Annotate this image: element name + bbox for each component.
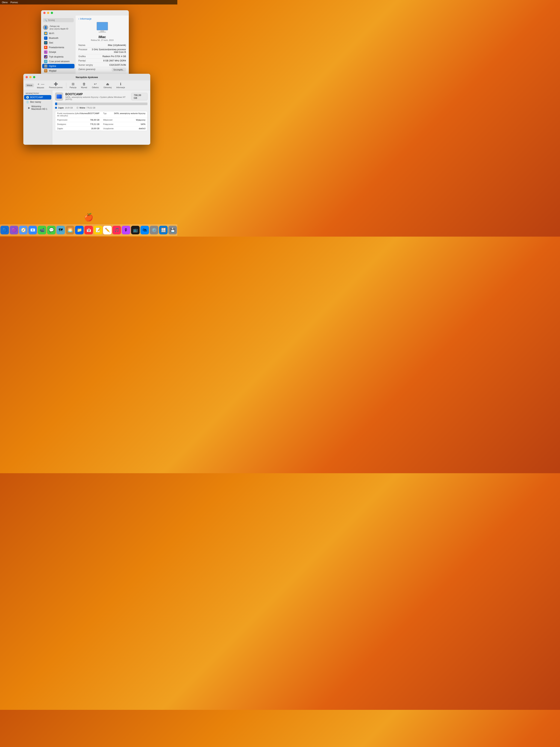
- disk-utility-window: Narzędzie dyskowe Widok ＋ — Wolumin ➕ Pi…: [23, 74, 150, 145]
- disk-sidebar-item-bootcamp[interactable]: 💿BOOTCAMP: [24, 95, 51, 100]
- disk-drive-text: BOOTCAMP SATA, wewnętrzny wolumin fizycz…: [65, 93, 131, 101]
- disk-legend: Zajęte 18,69 GB Wolne 778,31 GB: [55, 107, 148, 109]
- dock-item-sysprefs[interactable]: ⚙️: [150, 226, 158, 234]
- dock-item-diskutil[interactable]: 💾: [168, 226, 177, 234]
- dock-item-photos[interactable]: 🌅: [66, 226, 74, 234]
- toolbar-restore-label: Odtwórz: [92, 86, 99, 88]
- dock-item-freeform[interactable]: ✏️: [103, 226, 112, 234]
- disk-sidebar-item-macintosh[interactable]: ▶Woluminy Macintosh HD 1: [24, 104, 51, 111]
- close-button[interactable]: [43, 12, 46, 14]
- sidebar-label-focus: Tryb skupienia: [49, 55, 63, 58]
- legend-used-dot: [55, 107, 57, 109]
- sidebar-icon-focus: 🌙: [44, 55, 47, 58]
- system-preferences-window: 🔍 👤 Zaloguj się przy użyciu Apple ID 📶 W…: [41, 10, 129, 78]
- toolbar-info-label: Informacje: [116, 86, 125, 88]
- toolbar-volume-label: Wolumin: [37, 87, 44, 89]
- imac-svg-icon: [95, 22, 110, 34]
- disk-body: Wewnętrzny 💿BOOTCAMP💿Bez nazwy▶Woluminy …: [23, 90, 150, 145]
- back-button[interactable]: ‹ Informacje: [78, 17, 126, 20]
- menubar: Okno Pomoc: [0, 0, 177, 4]
- disk-titlebar: Narzędzie dyskowe: [23, 74, 150, 80]
- info-row-2: GrafikaRadeon Pro 570X 4 GB: [78, 54, 126, 59]
- dock-item-maps[interactable]: 🗺: [56, 226, 65, 234]
- dock-item-finder[interactable]: 🔵: [0, 226, 9, 234]
- user-appleid-label: przy użyciu Apple ID: [50, 27, 68, 30]
- toolbar-partition-button[interactable]: ⊞ Partycja: [68, 81, 78, 89]
- sidebar-icon-notif: 🔔: [44, 46, 47, 49]
- disk-sidebar-item-bez_nazwy[interactable]: 💿Bez nazwy: [24, 100, 51, 104]
- sidebar-item-screen[interactable]: ⏱ Czas przed ekranem: [42, 59, 75, 64]
- sidebar-item-appearance[interactable]: 🎨 Wygląd: [42, 69, 75, 73]
- toolbar-firstaid-button[interactable]: ➕ Pierwsza pomoc: [47, 81, 64, 89]
- toolbar-info-button[interactable]: ℹ Informacje: [114, 81, 127, 89]
- detail-left-3: Zajęte:18,69 GB: [55, 126, 101, 131]
- disk-usage-bar: [55, 103, 148, 105]
- search-bar[interactable]: 🔍: [43, 18, 74, 22]
- syspref-titlebar: [41, 10, 129, 16]
- disk-inner: [57, 95, 62, 99]
- sidebar-item-network[interactable]: 🌐 Sieć: [42, 41, 75, 45]
- legend-free-dot: [77, 107, 78, 109]
- dock-item-calendar[interactable]: 📅: [84, 226, 93, 234]
- search-input[interactable]: [48, 19, 72, 22]
- sidebar-item-bluetooth[interactable]: 🔵 Bluetooth: [42, 36, 75, 40]
- szczegoly-button[interactable]: Szczegóły...: [112, 68, 126, 71]
- dock-item-bootcamp_icon[interactable]: 🪟: [159, 226, 168, 234]
- disk-sidebar: Wewnętrzny 💿BOOTCAMP💿Bez nazwy▶Woluminy …: [23, 90, 52, 145]
- info-table: NazwaiMac (Użytkownik)Procesor3 GHz Sześ…: [78, 43, 126, 72]
- disk-maximize-button[interactable]: [33, 76, 35, 78]
- syspref-body: 🔍 👤 Zaloguj się przy użyciu Apple ID 📶 W…: [41, 16, 129, 78]
- device-icon-wrapper: iMac Retina 5K, 27-inch, 2019: [78, 22, 126, 41]
- toolbar-restore-button[interactable]: ↩ Odtwórz: [90, 81, 101, 89]
- erase-icon: 🗑: [82, 82, 86, 86]
- sidebar-item-notif[interactable]: 🔔 Powiadomienia: [42, 45, 75, 50]
- dock: 🔵🟣🧭📧📹💬🗺🌅📁📅📝✏️🎵🎙📺🛍⚙️🪟💾: [0, 225, 177, 236]
- sidebar-label-wifi: Wi-Fi: [49, 32, 54, 35]
- dock-item-notes[interactable]: 📝: [94, 226, 102, 234]
- dock-item-appletv[interactable]: 📺: [131, 226, 140, 234]
- sidebar-icon-bluetooth: 🔵: [44, 36, 47, 40]
- sidebar-label-appearance: Wygląd: [49, 70, 56, 72]
- disk-sidebar-section: Wewnętrzny: [23, 92, 52, 95]
- svg-rect-1: [97, 22, 108, 30]
- dock-item-safari[interactable]: 🧭: [19, 226, 28, 234]
- dock-item-podcasts[interactable]: 🎙: [122, 226, 130, 234]
- dock-item-messages[interactable]: 💬: [47, 226, 56, 234]
- unmount-icon: ⏏: [106, 82, 109, 86]
- toolbar-add-button[interactable]: ＋ — Wolumin: [35, 81, 46, 89]
- svg-rect-3: [99, 32, 106, 32]
- sidebar-icon-general: ⚙️: [44, 65, 47, 68]
- disk-drive-desc: SATA, wewnętrzny wolumin fizyczny • Syst…: [65, 96, 131, 101]
- sidebar-item-general[interactable]: ⚙️ Ogólne: [42, 64, 75, 68]
- toolbar-erase-button[interactable]: 🗑 Wymaż: [79, 81, 89, 89]
- menu-okno[interactable]: Okno: [2, 1, 8, 4]
- minimize-button[interactable]: [47, 12, 49, 14]
- menu-pomoc[interactable]: Pomoc: [10, 1, 18, 4]
- sidebar-label-network: Sieć: [49, 42, 53, 44]
- disk-minimize-button[interactable]: [29, 76, 31, 78]
- sidebar-item-sound[interactable]: 🔊 Dźwięk: [42, 50, 75, 54]
- detail-right-3: Urządzenie:disk0s3: [101, 126, 148, 131]
- dock-item-facetime[interactable]: 📹: [38, 226, 46, 234]
- detail-right-2: Połączenie:SATA: [101, 122, 148, 126]
- detail-left-2: Dostępne:778,31 GB: [55, 122, 101, 126]
- dock-item-files[interactable]: 📁: [75, 226, 84, 234]
- info-icon: ℹ: [120, 82, 121, 86]
- legend-free-value: 778,31 GB: [86, 107, 96, 109]
- disk-close-button[interactable]: [26, 76, 28, 78]
- dock-item-launchpad[interactable]: 🟣: [10, 226, 18, 234]
- dock-item-music[interactable]: 🎵: [112, 226, 121, 234]
- toolbar-firstaid-label: Pierwsza pomoc: [49, 86, 63, 88]
- toolbar-view-button[interactable]: Widok: [25, 83, 34, 87]
- toolbar-unmount-button[interactable]: ⏏ Odmontuj: [102, 81, 113, 89]
- sidebar-label-general: Ogólne: [49, 65, 56, 68]
- disk-bar-used: [55, 103, 57, 105]
- user-row[interactable]: 👤 Zaloguj się przy użyciu Apple ID: [41, 24, 76, 31]
- disk-size-badge: 796,99 GB: [131, 93, 148, 100]
- maximize-button[interactable]: [51, 12, 53, 14]
- sidebar-item-wifi[interactable]: 📶 Wi-Fi: [42, 31, 75, 36]
- dock-item-appstore[interactable]: 🛍: [140, 226, 149, 234]
- dock-item-mail[interactable]: 📧: [28, 226, 37, 234]
- sidebar-item-focus[interactable]: 🌙 Tryb skupienia: [42, 54, 75, 59]
- sidebar-icon-sound: 🔊: [44, 50, 47, 54]
